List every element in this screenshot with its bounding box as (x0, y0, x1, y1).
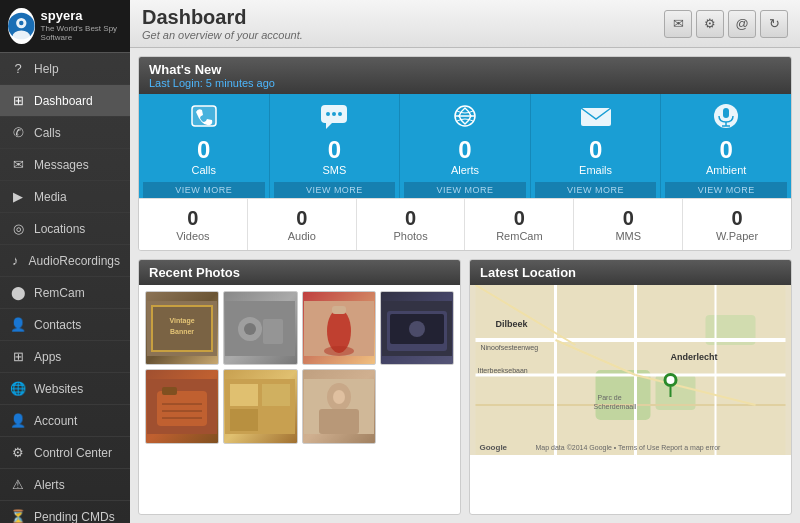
stat-alerts: 0 Alerts VIEW MORE (400, 94, 531, 198)
at-toolbar-button[interactable]: @ (728, 10, 756, 38)
svg-point-8 (332, 112, 336, 116)
ambient-viewmore[interactable]: VIEW MORE (665, 182, 787, 198)
svg-point-9 (338, 112, 342, 116)
recent-photos-title: Recent Photos (149, 265, 240, 280)
emails-viewmore[interactable]: VIEW MORE (535, 182, 657, 198)
logo-area: spyera The World's Best Spy Software (0, 0, 130, 53)
alerts-icon: ⚠ (10, 477, 26, 492)
latest-location-panel: Latest Location (469, 259, 792, 515)
media-mms: 0 MMS (574, 199, 683, 250)
settings-toolbar-button[interactable]: ⚙ (696, 10, 724, 38)
ambient-stat-count: 0 (719, 138, 732, 162)
photo-thumb-4[interactable] (380, 291, 454, 365)
audio-icon: ♪ (10, 253, 21, 268)
alerts-stat-count: 0 (458, 138, 471, 162)
emails-stat-count: 0 (589, 138, 602, 162)
sms-stat-count: 0 (328, 138, 341, 162)
photo-thumb-1[interactable]: Vintage Banner (145, 291, 219, 365)
alerts-viewmore[interactable]: VIEW MORE (404, 182, 526, 198)
sidebar-label-media: Media (34, 190, 67, 204)
svg-rect-36 (162, 387, 177, 395)
topbar-icons: ✉ ⚙ @ ↻ (664, 10, 788, 38)
stat-sms: 0 SMS VIEW MORE (270, 94, 401, 198)
sidebar-item-control-center[interactable]: ⚙ Control Center (0, 437, 130, 469)
pending-icon: ⏳ (10, 509, 26, 523)
sidebar-item-calls[interactable]: ✆ Calls (0, 117, 130, 149)
svg-point-48 (333, 390, 345, 404)
videos-label: Videos (176, 230, 209, 242)
ambient-stat-label: Ambient (706, 164, 746, 176)
sidebar-item-audio-recordings[interactable]: ♪ AudioRecordings (0, 245, 130, 277)
svg-point-25 (244, 323, 256, 335)
audio-label: Audio (288, 230, 316, 242)
sidebar-item-pending-cmds[interactable]: ⏳ Pending CMDs (0, 501, 130, 523)
messages-icon: ✉ (10, 157, 26, 172)
sidebar-item-alerts[interactable]: ⚠ Alerts (0, 469, 130, 501)
media-photos: 0 Photos (357, 199, 466, 250)
sidebar-label-alerts: Alerts (34, 478, 65, 492)
emails-stat-label: Emails (579, 164, 612, 176)
mms-label: MMS (615, 230, 641, 242)
photo-thumb-7[interactable] (302, 369, 376, 443)
ambient-stat-icon (712, 102, 740, 136)
remcam-label: RemCam (496, 230, 542, 242)
page-title: Dashboard (142, 6, 303, 29)
photo-thumb-2[interactable] (223, 291, 297, 365)
whats-new-header: What's New Last Login: 5 minutes ago (139, 57, 791, 94)
sidebar-item-apps[interactable]: ⊞ Apps (0, 341, 130, 373)
bottom-row: Recent Photos Vintage Banner (138, 259, 792, 515)
svg-point-33 (409, 321, 425, 337)
sidebar-item-messages[interactable]: ✉ Messages (0, 149, 130, 181)
whats-new-title: What's New (149, 62, 781, 77)
videos-count: 0 (187, 207, 198, 230)
svg-text:Google: Google (480, 443, 508, 452)
photo-thumb-6[interactable] (223, 369, 297, 443)
svg-marker-6 (326, 123, 332, 129)
sms-viewmore[interactable]: VIEW MORE (274, 182, 396, 198)
sidebar-item-dashboard[interactable]: ⊞ Dashboard (0, 85, 130, 117)
sidebar-item-locations[interactable]: ◎ Locations (0, 213, 130, 245)
svg-text:Parc de: Parc de (598, 394, 622, 401)
sidebar-label-account: Account (34, 414, 77, 428)
sidebar-label-contacts: Contacts (34, 318, 81, 332)
logo-text-block: spyera The World's Best Spy Software (41, 9, 122, 42)
photo-thumb-5[interactable] (145, 369, 219, 443)
svg-rect-41 (230, 384, 258, 406)
latest-location-header: Latest Location (470, 260, 791, 285)
remcam-icon: ⬤ (10, 285, 26, 300)
sidebar-item-help[interactable]: ? Help (0, 53, 130, 85)
calls-stat-label: Calls (192, 164, 216, 176)
stat-ambient: 0 Ambient VIEW MORE (661, 94, 791, 198)
page-subtitle: Get an overview of your account. (142, 29, 303, 41)
sidebar-item-contacts[interactable]: 👤 Contacts (0, 309, 130, 341)
sms-stat-icon (318, 102, 350, 136)
sidebar-label-audio: AudioRecordings (29, 254, 120, 268)
map-container[interactable]: Dilbeek Ninoofsesteenweg Anderlecht Itte… (470, 285, 791, 455)
sidebar-label-apps: Apps (34, 350, 61, 364)
sidebar-item-remcam[interactable]: ⬤ RemCam (0, 277, 130, 309)
sidebar-item-account[interactable]: 👤 Account (0, 405, 130, 437)
stats-row: 0 Calls VIEW MORE 0 (139, 94, 791, 198)
sidebar-label-websites: Websites (34, 382, 83, 396)
calls-viewmore[interactable]: VIEW MORE (143, 182, 265, 198)
media-wpaper: 0 W.Paper (683, 199, 791, 250)
sidebar-label-calls: Calls (34, 126, 61, 140)
last-login-text: Last Login: 5 minutes ago (149, 77, 781, 89)
sidebar-label-remcam: RemCam (34, 286, 85, 300)
svg-text:Scherdemaall: Scherdemaall (594, 403, 637, 410)
latest-location-title: Latest Location (480, 265, 576, 280)
remcam-count: 0 (514, 207, 525, 230)
logo-icon (8, 8, 35, 44)
topbar: Dashboard Get an overview of your accoun… (130, 0, 800, 48)
svg-rect-43 (230, 409, 258, 431)
sidebar-item-media[interactable]: ▶ Media (0, 181, 130, 213)
photo-thumb-3[interactable] (302, 291, 376, 365)
svg-text:Banner: Banner (170, 328, 194, 335)
sidebar-label-locations: Locations (34, 222, 85, 236)
sidebar-item-websites[interactable]: 🌐 Websites (0, 373, 130, 405)
media-remcam: 0 RemCam (465, 199, 574, 250)
email-toolbar-button[interactable]: ✉ (664, 10, 692, 38)
apps-icon: ⊞ (10, 349, 26, 364)
sms-stat-label: SMS (322, 164, 346, 176)
refresh-toolbar-button[interactable]: ↻ (760, 10, 788, 38)
